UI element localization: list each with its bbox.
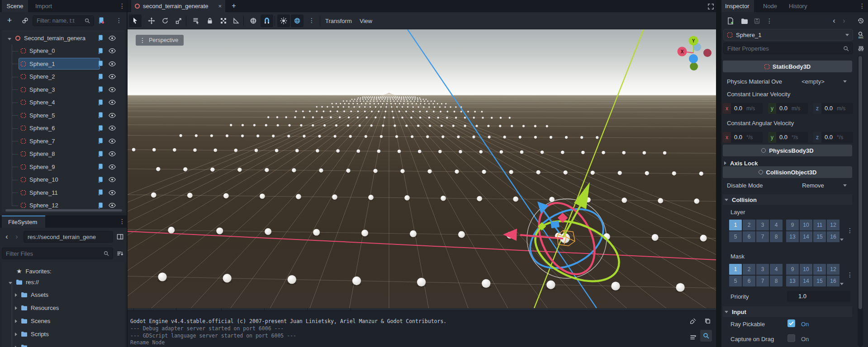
filesystem-folder-partial-row[interactable] <box>2 341 125 347</box>
collision-bit-6[interactable]: 6 <box>743 231 755 242</box>
filesystem-filter-input[interactable]: Filter Files <box>2 248 113 259</box>
search-output-icon[interactable] <box>700 330 712 342</box>
collision-bit-11[interactable]: 11 <box>813 264 826 275</box>
filesystem-folder-row[interactable]: Assets <box>2 288 125 301</box>
visibility-eye-icon[interactable] <box>109 61 116 66</box>
collision-bit-8[interactable]: 8 <box>770 231 783 242</box>
script-icon[interactable] <box>98 74 104 80</box>
script-icon[interactable] <box>98 112 104 118</box>
script-icon[interactable] <box>98 125 104 131</box>
vector-z-field[interactable]: z0.0°/s <box>813 132 853 143</box>
axis-neg-x[interactable] <box>703 49 711 57</box>
load-resource-icon[interactable] <box>739 15 749 26</box>
filesystem-folder-row[interactable]: Scenes <box>2 314 125 327</box>
tab-filesystem[interactable]: FileSystem <box>2 216 45 228</box>
gizmo-plane-handle[interactable] <box>550 221 560 228</box>
preview-sunlight-icon[interactable] <box>277 14 290 27</box>
vector-y-field[interactable]: y0.0°/s <box>768 132 808 143</box>
split-view-icon[interactable] <box>115 232 125 242</box>
visibility-eye-icon[interactable] <box>109 100 116 105</box>
category-physicsbody3d[interactable]: PhysicsBody3D <box>723 145 852 156</box>
scene-tree-row[interactable]: Sphere_11 <box>2 186 125 199</box>
save-resource-icon[interactable] <box>751 15 762 26</box>
object-history-icon[interactable] <box>855 15 866 26</box>
script-icon[interactable] <box>98 177 104 183</box>
axis-z[interactable] <box>689 54 698 63</box>
snap-toggle-icon[interactable] <box>261 14 273 27</box>
scene-tree-row[interactable]: Sphere_2 <box>2 70 125 83</box>
scene-filter-input[interactable]: Filter: name, t:t <box>33 15 94 26</box>
rotate-tool-icon[interactable] <box>159 14 171 27</box>
physics-material-value[interactable]: <empty> <box>785 76 841 87</box>
filesystem-tree[interactable]: ★Favorites:res://AssetsResourcesScenesSc… <box>2 262 125 347</box>
tab-scene[interactable]: Scene <box>2 0 28 12</box>
script-icon[interactable] <box>98 151 104 157</box>
resource-options-icon[interactable]: ⋮ <box>766 17 773 24</box>
script-icon[interactable] <box>98 164 104 170</box>
tab-inspector[interactable]: Inspector <box>721 0 754 12</box>
scene-tree-row[interactable]: Sphere_9 <box>2 160 125 173</box>
collision-bit-13[interactable]: 13 <box>786 276 799 286</box>
collision-bit-14[interactable]: 14 <box>800 276 812 286</box>
collision-bit-6[interactable]: 6 <box>743 276 755 286</box>
inspector-content[interactable]: StaticBody3D Physics Material Ove <empty… <box>721 55 855 347</box>
collision-bit-12[interactable]: 12 <box>827 220 840 230</box>
vector-z-field[interactable]: z0.0m/s <box>813 103 853 114</box>
scene-tree[interactable]: Sphere_0Sphere_1Sphere_2Sphere_3Sphere_4… <box>2 30 125 213</box>
detach-script-icon[interactable] <box>96 15 107 26</box>
expand-icon[interactable] <box>15 331 17 338</box>
visibility-eye-icon[interactable] <box>109 151 116 156</box>
view-menu[interactable]: View <box>360 12 372 29</box>
collision-bit-16[interactable]: 16 <box>827 276 840 286</box>
collision-bit-3[interactable]: 3 <box>756 220 769 230</box>
chevron-down-icon[interactable] <box>843 80 847 83</box>
chevron-down-icon[interactable] <box>843 184 847 187</box>
move-tool-icon[interactable] <box>145 14 158 27</box>
copy-output-icon[interactable] <box>702 315 713 326</box>
scene-tree-row[interactable]: Sphere_0 <box>2 45 125 57</box>
script-icon[interactable] <box>98 202 104 209</box>
new-resource-icon[interactable] <box>725 15 736 26</box>
scene-tree-row[interactable]: Sphere_1 <box>2 57 125 70</box>
inspector-menu-icon[interactable]: ⋮ <box>859 2 865 9</box>
collision-bit-12[interactable]: 12 <box>827 264 840 275</box>
collision-bit-9[interactable]: 9 <box>786 264 799 275</box>
scene-dock-menu-icon[interactable]: ⋮ <box>119 2 125 9</box>
inspector-scrollbar-thumb[interactable] <box>859 56 862 309</box>
collision-layer-grid[interactable]: 12349101112567813141516 <box>721 220 855 242</box>
collision-bit-15[interactable]: 15 <box>813 276 826 286</box>
filesystem-folder-row[interactable]: Scripts <box>2 328 125 340</box>
instantiate-scene-icon[interactable] <box>19 14 31 26</box>
sort-files-icon[interactable] <box>115 249 125 258</box>
collision-bit-10[interactable]: 10 <box>800 264 812 275</box>
collision-bit-11[interactable]: 11 <box>813 220 826 230</box>
viewport-3d[interactable]: Y X ⋮ Perspective <box>128 29 716 308</box>
scene-tree-row[interactable]: Sphere_4 <box>2 96 125 109</box>
expand-viewport-icon[interactable] <box>707 3 714 10</box>
section-collision[interactable]: Collision <box>723 194 852 205</box>
local-space-icon[interactable] <box>247 14 260 27</box>
collision-bit-5[interactable]: 5 <box>729 276 742 286</box>
collision-bit-5[interactable]: 5 <box>729 231 742 242</box>
script-icon[interactable] <box>98 138 104 144</box>
disable-mode-value[interactable]: Remove <box>785 180 841 191</box>
tab-history[interactable]: History <box>789 0 807 12</box>
perspective-button[interactable]: ⋮ Perspective <box>136 35 184 46</box>
collision-bit-2[interactable]: 2 <box>743 264 755 275</box>
expand-icon[interactable] <box>15 305 17 311</box>
axis-neg-y[interactable] <box>690 62 698 70</box>
collision-bit-7[interactable]: 7 <box>756 276 769 286</box>
vector-x-field[interactable]: x0.0°/s <box>723 132 763 143</box>
script-icon[interactable] <box>98 61 104 67</box>
ray-pickable-checkbox[interactable] <box>787 319 795 327</box>
filter-properties-input[interactable]: Filter Properties <box>723 42 853 54</box>
script-icon[interactable] <box>98 189 104 196</box>
history-forward-icon[interactable]: › <box>840 16 848 26</box>
mask-options-icon[interactable]: ⋮ <box>847 271 853 278</box>
visibility-eye-icon[interactable] <box>109 48 116 53</box>
scene-tab[interactable]: second_terrain_generate × <box>131 0 225 12</box>
collapse-icon[interactable] <box>8 35 11 42</box>
filesystem-path[interactable]: res://second_terrain_gene <box>24 231 113 243</box>
node-selector[interactable]: Sphere_1 <box>723 29 853 41</box>
filter-messages-icon[interactable] <box>688 332 698 342</box>
